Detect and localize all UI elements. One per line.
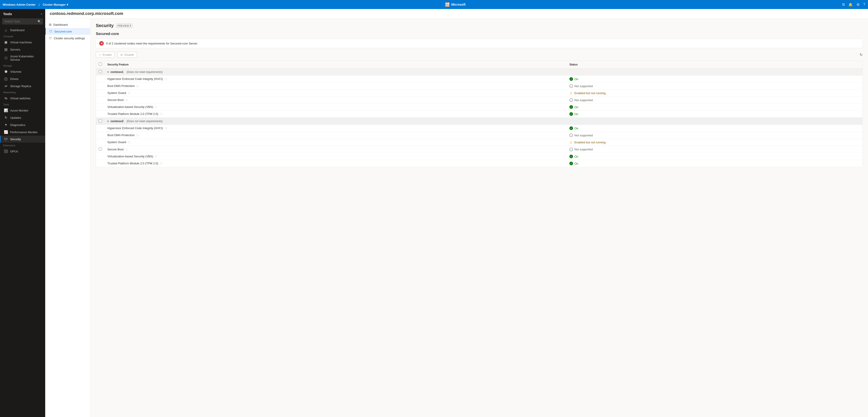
sidebar-item-servers[interactable]: ▤ Servers [0,46,45,53]
info-icon[interactable]: ⓘ [128,92,130,94]
status-on: ✓ On [569,162,860,165]
info-icon[interactable]: ⓘ [160,162,162,165]
feature-checkbox-contoso2-3[interactable] [99,147,102,150]
settings-icon[interactable]: ⚙ [857,2,860,7]
info-icon[interactable]: ⓘ [125,148,128,151]
terminal-icon[interactable]: ⧉ [842,2,845,6]
sidebar-section-storage: Storage [0,63,45,68]
sidebar-item-virtual-switches[interactable]: ⇆ Virtual switches [0,95,45,102]
topbar-right: ⧉ 🔔 ⚙ ? [842,2,865,7]
info-icon[interactable]: ⓘ [136,85,139,88]
sidebar-item-drives[interactable]: ◫ Drives [0,75,45,82]
disable-button[interactable]: ⊘ Disable [117,52,137,58]
sidebar-collapse-button[interactable]: ‹ [41,12,42,16]
info-icon[interactable]: ⓘ [164,127,167,130]
warning-icon: ⚠ [569,91,573,95]
nav-item-cluster-security[interactable]: 🛡 Cluster security settings [45,35,90,41]
feature-checkbox-cell [96,153,105,160]
feature-name-cell: Secure Boot ⓘ [105,97,567,104]
bell-icon[interactable]: 🔔 [848,2,853,7]
enable-button[interactable]: ✓ Enable [96,52,115,58]
security-table: Security Feature Status ▾ contoso1 (Does… [96,61,863,167]
status-text: Enabled but not running [575,92,606,95]
disable-circle-icon: ⊘ [120,53,123,57]
sidebar-item-virtual-machines[interactable]: ▣ Virtual machines [0,39,45,46]
cluster-checkbox-contoso1[interactable] [99,70,102,73]
page-title: contoso.redmond.corp.microsoft.com [50,11,123,16]
feature-status-cell: ⚠ Enabled but not running [567,139,863,146]
feature-checkbox-cell [96,132,105,139]
sidebar: Tools ‹ 🔍 ⌂ Dashboard Compute ▣ Virtual … [0,9,45,417]
feature-status-cell: — Not supported [567,146,863,153]
feature-name-cell: Trusted Platform Module 2.0 (TPM 2.0) ⓘ [105,111,567,117]
nav-item-secured-core[interactable]: 🛡 Secured-core [45,28,90,35]
feature-status-cell: ✓ On [567,111,863,117]
expand-icon: ▾ [107,71,109,73]
feature-name-cell: System Guard ⓘ [105,90,567,97]
cluster-row-contoso2[interactable]: ▾ contoso2 (Does not meet requirements) [96,117,863,125]
info-icon[interactable]: ⓘ [136,134,139,137]
nav-item-dashboard[interactable]: ⊞ Dashboard [45,21,90,28]
cluster-manager-button[interactable]: Cluster Manager ▾ [43,3,68,6]
info-icon[interactable]: ⓘ [128,141,130,144]
sidebar-item-gpus[interactable]: ⬛ GPUs [0,148,45,155]
info-icon[interactable]: ⓘ [125,99,128,101]
sidebar-item-updates[interactable]: ↻ Updates [0,114,45,121]
table-row: System Guard ⓘ ⚠ Enabled but not running [96,90,863,97]
not-supported-icon: — [569,148,573,151]
refresh-icon: ↻ [860,53,863,57]
feature-checkbox-cell [96,97,105,104]
cluster-row-contoso1[interactable]: ▾ contoso1 (Does not meet requirements) [96,68,863,76]
feature-status-cell: ✓ On [567,125,863,132]
feature-name-label: Boot DMA Protection [107,133,135,137]
alert-bar: ✕ 0 of 2 clustered nodes meet the requir… [96,39,863,48]
sidebar-item-storage-replica[interactable]: ⇌ Storage Replica [0,82,45,90]
sidebar-item-dashboard[interactable]: ⌂ Dashboard [0,27,45,34]
sidebar-item-label: Updates [10,116,21,119]
status-not-supported: — Not supported [569,98,860,102]
cluster-name-cell-contoso2: ▾ contoso2 (Does not meet requirements) [105,117,863,125]
info-icon[interactable]: ⓘ [155,106,157,108]
status-on: ✓ On [569,77,860,81]
panel-header: Security PREVIEW ℹ [96,23,863,28]
cluster-req-label-contoso1: (Does not meet requirements) [127,70,162,74]
cluster-req-label-contoso2: (Does not meet requirements) [127,120,162,123]
sidebar-item-label: Servers [10,48,20,51]
switch-icon: ⇆ [4,96,8,100]
sidebar-item-label: Volumes [10,70,22,73]
toolbar: ✓ Enable ⊘ Disable ↻ [96,52,863,58]
feature-status-cell: ⚠ Enabled but not running [567,90,863,97]
sidebar-item-azure-kubernetes[interactable]: ⬡ Azure Kubernetes Service [0,53,45,63]
cluster-name-contoso2: contoso2 [111,119,124,123]
preview-badge: PREVIEW ℹ [116,24,132,28]
feature-name-cell: Hypervisor Enforced Code Integrity (HVCI… [105,76,567,83]
feature-name-label: System Guard [107,91,126,95]
status-on: ✓ On [569,105,860,109]
sidebar-item-diagnostics[interactable]: ✦ Diagnostics [0,121,45,129]
feature-checkbox-cell [96,90,105,97]
feature-checkbox-cell [96,146,105,153]
sidebar-item-security[interactable]: 🛡 Security [0,136,45,143]
sub-layout: ⊞ Dashboard 🛡 Secured-core 🛡 Cluster sec… [45,19,868,417]
cluster-checkbox-contoso2[interactable] [99,119,102,123]
sidebar-item-performance-monitor[interactable]: 📈 Performance Monitor [0,129,45,136]
sidebar-item-azure-monitor[interactable]: 📊 Azure Monitor [0,107,45,114]
status-on: ✓ On [569,155,860,158]
select-all-checkbox[interactable] [99,63,102,66]
drive-icon: ◫ [4,77,8,81]
info-icon[interactable]: ⓘ [160,113,162,115]
feature-checkbox-cell [96,104,105,111]
enable-check-icon: ✓ [99,53,101,57]
feature-status-cell: ✓ On [567,104,863,111]
help-icon[interactable]: ? [863,2,865,6]
info-icon[interactable]: ⓘ [155,155,157,158]
table-header-row: Security Feature Status [96,61,863,68]
refresh-button[interactable]: ↻ [860,53,863,57]
status-text: On [575,162,578,165]
info-icon[interactable]: ⓘ [164,78,167,80]
feature-checkbox-cell [96,83,105,90]
gpu-icon: ⬛ [4,149,8,153]
search-input[interactable] [2,19,43,24]
alert-error-icon: ✕ [99,41,104,46]
sidebar-item-volumes[interactable]: ⬟ Volumes [0,68,45,75]
